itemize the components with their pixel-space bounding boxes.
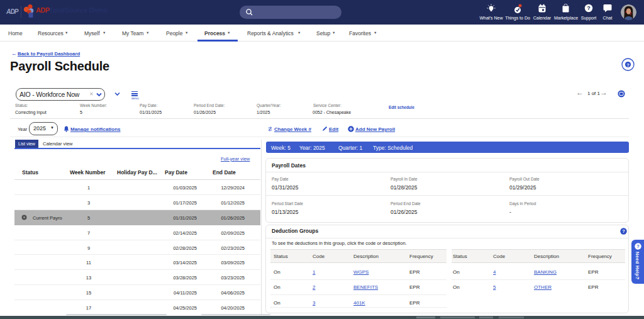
svg-text:?: ? [587, 5, 591, 11]
svg-text:?: ? [626, 62, 630, 68]
svg-text:?: ? [622, 228, 625, 234]
svg-text:?: ? [636, 243, 640, 249]
